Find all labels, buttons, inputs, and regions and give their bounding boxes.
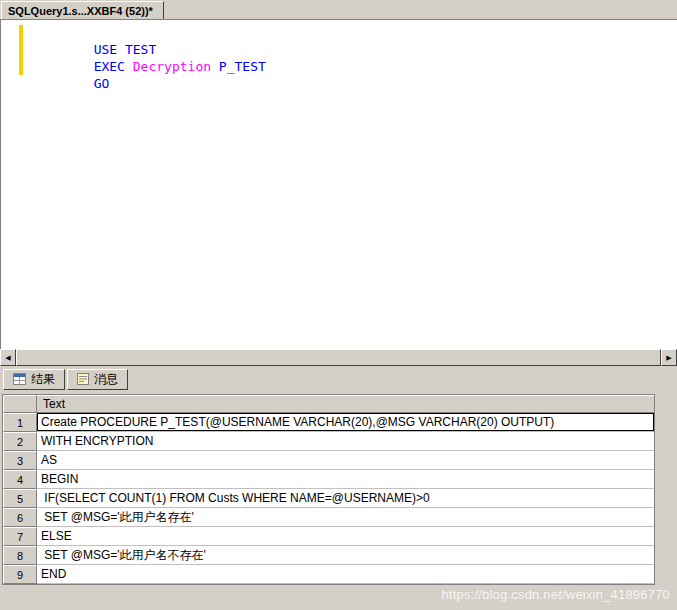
row-number[interactable]: 4	[3, 470, 37, 489]
scroll-left-button[interactable]: ◀	[0, 349, 16, 366]
row-cell[interactable]: ELSE	[37, 527, 654, 546]
row-number[interactable]: 9	[3, 565, 37, 584]
row-cell[interactable]: END	[37, 565, 654, 584]
row-cell[interactable]: SET @MSG='此用户名不存在'	[37, 546, 654, 565]
sql-token: TEST	[125, 42, 156, 57]
document-tabstrip: SQLQuery1.s...XXBF4 (52))*	[0, 0, 677, 19]
row-cell[interactable]: AS	[37, 451, 654, 470]
scroll-right-icon: ▶	[666, 354, 671, 362]
horizontal-scrollbar[interactable]: ◀ ▶	[0, 349, 677, 366]
grid-corner-cell[interactable]	[3, 395, 37, 413]
row-number[interactable]: 3	[3, 451, 37, 470]
code-text: USE TEST EXEC Decryption P_TEST GO	[31, 24, 673, 345]
table-row[interactable]: 2 WITH ENCRYPTION	[3, 432, 654, 451]
code-line: USE TEST	[31, 24, 673, 41]
column-header-text[interactable]: Text	[37, 395, 654, 413]
sql-token: Decryption	[133, 59, 219, 74]
table-row[interactable]: 8 SET @MSG='此用户名不存在'	[3, 546, 654, 565]
table-row[interactable]: 1 Create PROCEDURE P_TEST(@USERNAME VARC…	[3, 413, 654, 432]
row-cell[interactable]: BEGIN	[37, 470, 654, 489]
results-grid-icon	[13, 373, 26, 385]
sql-token: USE	[94, 42, 125, 57]
row-number[interactable]: 5	[3, 489, 37, 508]
row-cell[interactable]: Create PROCEDURE P_TEST(@USERNAME VARCHA…	[37, 413, 654, 432]
tab-results[interactable]: 结果	[3, 369, 65, 390]
row-number[interactable]: 8	[3, 546, 37, 565]
scroll-right-button[interactable]: ▶	[661, 349, 677, 366]
row-number[interactable]: 1	[3, 413, 37, 432]
grid-header-row: Text	[3, 395, 654, 413]
table-row[interactable]: 3 AS	[3, 451, 654, 470]
change-tracking-bar	[19, 25, 23, 75]
document-tab[interactable]: SQLQuery1.s...XXBF4 (52))*	[1, 1, 164, 19]
row-number[interactable]: 7	[3, 527, 37, 546]
scroll-thumb[interactable]	[16, 349, 661, 366]
row-cell[interactable]: SET @MSG='此用户名存在'	[37, 508, 654, 527]
tab-messages[interactable]: 消息	[67, 369, 128, 390]
table-row[interactable]: 7 ELSE	[3, 527, 654, 546]
scroll-left-icon: ◀	[5, 354, 10, 362]
code-editor[interactable]: USE TEST EXEC Decryption P_TEST GO	[0, 19, 677, 349]
results-pane-tabstrip: 结果 消息	[0, 366, 677, 392]
tab-messages-label: 消息	[94, 371, 118, 388]
table-row[interactable]: 4 BEGIN	[3, 470, 654, 489]
row-number[interactable]: 2	[3, 432, 37, 451]
table-row[interactable]: 5 IF(SELECT COUNT(1) FROM Custs WHERE NA…	[3, 489, 654, 508]
table-row[interactable]: 6 SET @MSG='此用户名存在'	[3, 508, 654, 527]
column-header-label: Text	[43, 397, 65, 411]
row-cell[interactable]: WITH ENCRYPTION	[37, 432, 654, 451]
watermark: https://blog.csdn.net/weixin_41896770	[441, 587, 670, 602]
document-tab-title: SQLQuery1.s...XXBF4 (52))*	[8, 5, 153, 17]
sql-token: P_TEST	[219, 59, 266, 74]
tab-results-label: 结果	[31, 371, 55, 388]
table-row[interactable]: 9 END	[3, 565, 654, 584]
row-cell[interactable]: IF(SELECT COUNT(1) FROM Custs WHERE NAME…	[37, 489, 654, 508]
ssms-query-window: SQLQuery1.s...XXBF4 (52))* USE TEST EXEC…	[0, 0, 677, 610]
sql-token: EXEC	[94, 59, 133, 74]
sql-token: GO	[94, 76, 110, 91]
messages-icon	[77, 373, 89, 385]
row-number[interactable]: 6	[3, 508, 37, 527]
results-grid: Text 1 Create PROCEDURE P_TEST(@USERNAME…	[2, 394, 655, 585]
